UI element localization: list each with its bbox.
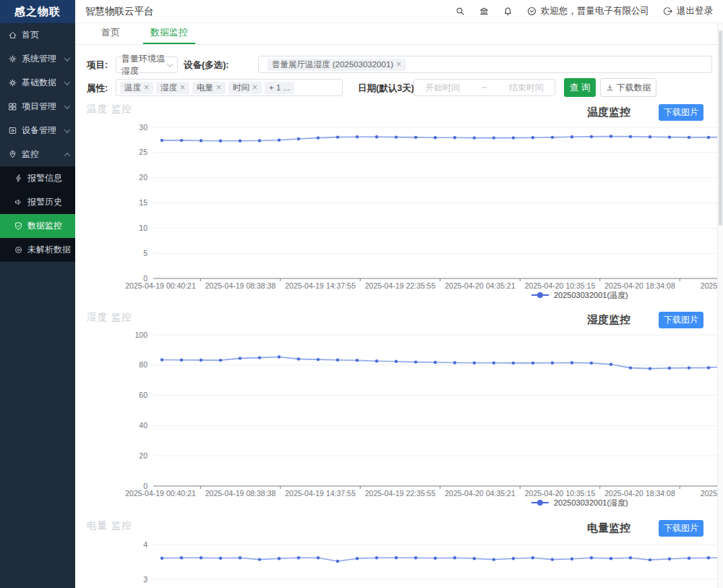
svg-text:2025-04-20 04:35:21: 2025-04-20 04:35:21 (445, 489, 515, 498)
svg-text:10: 10 (139, 223, 147, 232)
svg-text:3: 3 (143, 575, 147, 584)
user-circle-chevron-icon (526, 6, 537, 17)
tab-data-monitor[interactable]: 数据监控 (143, 26, 195, 44)
settings-data-icon (8, 78, 17, 88)
svg-text:2025-04-20 04:35:21: 2025-04-20 04:35:21 (445, 281, 515, 290)
user-menu[interactable]: 欢迎您，普量电子有限公司 (526, 5, 649, 17)
svg-text:15: 15 (139, 198, 147, 207)
svg-text:2025-04-20 18:34:08: 2025-04-20 18:34:08 (604, 281, 675, 290)
attr-tag[interactable]: 湿度× (156, 82, 189, 94)
svg-text:2025-04-21: 2025-04-21 (701, 281, 717, 290)
humidity-watermark-label: 湿度 监控 (87, 311, 132, 324)
tag-close-icon[interactable]: × (252, 83, 257, 92)
device-icon (8, 126, 17, 135)
download-data-button[interactable]: 下载数据 (600, 78, 656, 97)
bank-icon[interactable] (479, 6, 489, 17)
sidebar-item-base-data[interactable]: 基础数据 (0, 71, 75, 95)
main-content: 项目: 普量环境温湿度 设备(多选): 普量展厅温湿度 (20250303200… (75, 45, 717, 588)
svg-text:2025-04-20 18:34:08: 2025-04-20 18:34:08 (604, 489, 675, 498)
sidebar-item-data-monitor[interactable]: 数据监控 (0, 214, 75, 238)
attr-tag[interactable]: 电量× (192, 82, 226, 94)
svg-text:2025-04-19 22:35:55: 2025-04-19 22:35:55 (365, 489, 436, 498)
home-icon (8, 30, 17, 40)
humidity-line-chart: 1008060402002025-04-19 00:40:212025-04-1… (75, 331, 717, 508)
download-icon (606, 84, 614, 92)
svg-text:2025-04-19 14:37:55: 2025-04-19 14:37:55 (285, 281, 356, 290)
gear-icon (8, 54, 17, 64)
svg-text:2025-04-19 14:37:55: 2025-04-19 14:37:55 (285, 489, 356, 498)
date-range-input[interactable]: 开始时间 ~ 结束时间 (414, 79, 555, 96)
svg-text:30: 30 (139, 123, 147, 132)
logout-icon (662, 6, 673, 17)
battery-line-chart: 43210 (75, 540, 717, 588)
sidebar-item-system-mgmt[interactable]: 系统管理 (0, 47, 75, 71)
svg-text:2025-04-19 08:38:38: 2025-04-19 08:38:38 (205, 281, 276, 290)
sidebar-item-device-mgmt[interactable]: 设备管理 (0, 119, 75, 142)
sidebar-item-monitor[interactable]: 监控 (0, 142, 75, 166)
search-icon[interactable] (455, 6, 466, 17)
device-multiselect-input[interactable]: 普量展厅温湿度 (202503032001) × (258, 56, 712, 73)
tab-home[interactable]: 首页 (94, 26, 127, 44)
device-label: 设备(多选): (184, 56, 229, 74)
scrollbar-thumb[interactable] (719, 30, 722, 226)
alarm-history-icon (14, 197, 23, 207)
date-end-placeholder: 结束时间 (509, 82, 544, 94)
svg-text:2025-04-19 00:40:21: 2025-04-19 00:40:21 (125, 489, 196, 498)
query-button[interactable]: 查 询 (564, 78, 596, 97)
sidebar-item-unparsed-data[interactable]: 未解析数据 (0, 238, 75, 262)
welcome-text: 欢迎您，普量电子有限公司 (541, 5, 649, 17)
svg-text:25: 25 (139, 148, 147, 156)
sidebar-item-alarm-info[interactable]: 报警信息 (0, 166, 75, 190)
date-label: 日期(默认3天): (358, 80, 417, 97)
svg-text:60: 60 (139, 391, 147, 399)
bell-icon[interactable] (502, 6, 513, 17)
svg-text:2025-04-21: 2025-04-21 (701, 489, 717, 498)
chevron-down-icon (64, 79, 70, 85)
chevron-down-icon (64, 55, 70, 61)
sidebar-item-alarm-history[interactable]: 报警历史 (0, 190, 75, 214)
download-image-button[interactable]: 下载图片 (659, 104, 703, 121)
tag-close-icon[interactable]: × (396, 60, 401, 69)
attr-tag[interactable]: 温度× (120, 82, 153, 94)
unparsed-data-icon (14, 245, 23, 255)
date-separator: ~ (482, 82, 487, 93)
chevron-down-icon (64, 103, 70, 108)
page-title: 智慧物联云平台 (85, 5, 154, 18)
logout-button[interactable]: 退出登录 (662, 5, 713, 17)
attr-more-tag[interactable]: + 1 ... (265, 82, 294, 94)
svg-text:20: 20 (139, 173, 147, 182)
top-header: 智慧物联云平台 欢迎您，普量电子有限公司 退出登录 (75, 0, 723, 23)
svg-text:2025-04-20 10:35:15: 2025-04-20 10:35:15 (525, 281, 596, 290)
device-tag[interactable]: 普量展厅温湿度 (202503032001) × (268, 59, 406, 71)
monitor-pin-icon (8, 150, 17, 159)
attr-label: 属性: (87, 80, 108, 97)
svg-text:2025-04-19 08:38:38: 2025-04-19 08:38:38 (205, 489, 276, 498)
chevron-down-icon (64, 127, 70, 132)
temperature-line-chart: 3025201510502025-04-19 00:40:212025-04-1… (75, 123, 717, 300)
sidebar: 感之物联 首页 系统管理 基础数据 项目管理 设备管理 监控 (0, 0, 75, 588)
vertical-scrollbar (717, 23, 723, 588)
tag-close-icon[interactable]: × (180, 83, 185, 92)
tab-bar: 首页 数据监控 (75, 23, 717, 45)
svg-text:100: 100 (134, 331, 147, 339)
svg-text:80: 80 (139, 360, 147, 369)
sidebar-item-project-mgmt[interactable]: 项目管理 (0, 95, 75, 119)
sidebar-item-home[interactable]: 首页 (0, 23, 75, 47)
svg-text:2025-04-19 22:35:55: 2025-04-19 22:35:55 (365, 281, 436, 290)
attribute-multiselect-input[interactable]: 温度× 湿度× 电量× 时间× + 1 ... (116, 79, 343, 96)
project-label: 项目: (87, 56, 108, 74)
chevron-up-icon (64, 153, 70, 158)
tag-close-icon[interactable]: × (216, 83, 221, 92)
svg-text:202503032001(湿度): 202503032001(湿度) (554, 498, 628, 507)
temperature-watermark-label: 温度 监控 (87, 103, 132, 116)
tag-close-icon[interactable]: × (144, 83, 149, 92)
download-image-button[interactable]: 下载图片 (659, 520, 703, 537)
download-image-button[interactable]: 下载图片 (659, 312, 703, 328)
alarm-bolt-icon (14, 174, 23, 183)
project-select[interactable]: 普量环境温湿度 (116, 56, 178, 73)
humidity-chart-title: 湿度监控 (587, 313, 630, 327)
attr-tag[interactable]: 时间× (228, 82, 262, 94)
shield-check-icon (14, 221, 23, 231)
svg-text:4: 4 (143, 540, 147, 549)
battery-chart-title: 电量监控 (587, 521, 630, 535)
